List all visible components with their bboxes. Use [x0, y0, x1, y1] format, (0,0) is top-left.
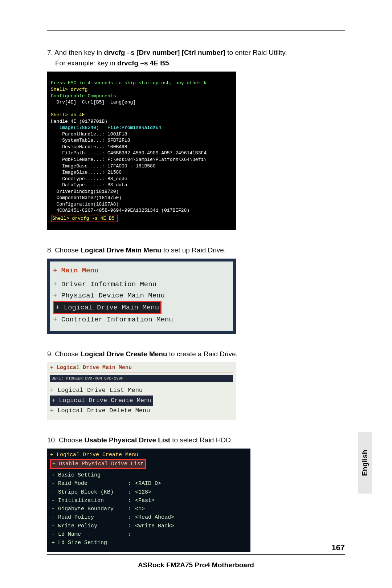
screenshot-ld-menu: + Logical Drive Main Menu UEFI: PIONEER … — [47, 362, 345, 420]
setting-value — [134, 530, 184, 539]
setting-label: + Basic Setting — [50, 471, 126, 479]
text: For example: key in — [55, 59, 117, 67]
menu-title: + Logical Drive Create Menu — [50, 451, 248, 459]
shell-line: Drv[4E] Ctrl[B5] Lang[eng] — [51, 100, 136, 105]
shell-line: FilePath......: C46BB382-4550-4909-AD57-… — [51, 150, 207, 156]
setting-colon: : — [126, 496, 134, 505]
menu-item: + Driver Information Menu — [53, 279, 230, 290]
settings-row: - Raid Mode:<RAID 0> — [50, 479, 184, 488]
text: . — [169, 59, 171, 67]
highlighted-cmd: Shell> drvcfg -s 4E B5 — [51, 215, 118, 223]
menu-item: + Physical Device Main Menu — [53, 290, 230, 301]
text: And then key in — [54, 49, 104, 56]
shell-line: ParentHandle..: 1001F18 — [51, 131, 127, 137]
shell-line: Press ESC in 4 seconds to skip startup.n… — [51, 80, 207, 86]
setting-colon: : — [126, 522, 134, 530]
shell-line: DataType......: BS_data — [51, 182, 127, 188]
menu-item: + Logical Drive List Menu — [50, 385, 233, 396]
step-number: 9. — [47, 350, 53, 358]
step-number: 8. — [47, 246, 53, 254]
setting-colon: : — [126, 479, 134, 488]
settings-row: - Initialization:<Fast> — [50, 496, 184, 505]
shell-line: Configuration(18197A8) — [51, 202, 119, 207]
step-8: 8. Choose Logical Drive Main Menu to set… — [47, 245, 345, 255]
setting-colon — [126, 471, 134, 479]
footer-title: ASRock FM2A75 Pro4 Motherboard — [47, 561, 345, 569]
screenshot-main-menu: + Main Menu + Driver Information Menu + … — [47, 259, 345, 334]
setting-value: <Fast> — [134, 496, 184, 505]
screenshot-create-menu: + Logical Drive Create Menu + Usable Phy… — [47, 449, 345, 552]
bios-main-menu: + Main Menu + Driver Information Menu + … — [47, 259, 236, 334]
language-label: English — [361, 450, 369, 476]
step-number: 10. — [47, 436, 57, 444]
text: Choose — [59, 436, 85, 444]
step-9: 9. Choose Logical Drive Create Menu to c… — [47, 349, 345, 359]
shell-line: DriverBinding(1819720) — [51, 189, 119, 194]
shell-line: PdbFileName...: F:\edk104\Sample\Platfor… — [51, 157, 207, 162]
settings-row: - Ld Name: — [50, 530, 184, 539]
shell-line: Shell> drvcfg -s 4E B5 — [52, 216, 115, 221]
text: to set up Raid Drive. — [162, 246, 226, 254]
rule-bottom — [47, 554, 345, 555]
shell-line: Handle 4E (0179701B) — [51, 119, 107, 124]
setting-label: - Write Policy — [50, 522, 126, 530]
step-7: 7. And then key in drvcfg –s [Drv number… — [47, 47, 345, 69]
screenshot-shell: Press ESC in 4 seconds to skip startup.n… — [47, 72, 345, 231]
menu-item-selected: + Usable Physical Drive List — [50, 459, 146, 469]
settings-table: + Basic Setting- Raid Mode:<RAID 0>- Str… — [50, 471, 184, 547]
language-tab: English — [358, 432, 372, 494]
manual-page: 7. And then key in drvcfg –s [Drv number… — [0, 0, 392, 588]
menu-bold: Logical Drive Main Menu — [81, 246, 162, 254]
shell-line: Configurable Components — [51, 93, 116, 99]
step-number: 7. — [47, 49, 53, 56]
setting-value: <Read Ahead> — [134, 513, 184, 522]
setting-label: - Ld Name — [50, 530, 126, 539]
setting-label: - Stripe Block (KB) — [50, 488, 126, 496]
text: Choose — [55, 350, 81, 358]
shell-line: ComponentName2(1819750) — [51, 195, 122, 200]
menu-title: + Logical Drive Main Menu — [50, 364, 233, 373]
ld-create-menu: + Logical Drive Create Menu + Usable Phy… — [47, 449, 250, 552]
menu-title: + Main Menu — [53, 265, 230, 276]
menu-item-selected: + Logical Drive Create Menu — [50, 396, 153, 406]
shell-line: SystemTable...: 6FB72F18 — [51, 138, 130, 143]
setting-label: + Ld Size Setting — [50, 539, 126, 547]
setting-value: <1> — [134, 505, 184, 513]
menu-item: + Controller Information Menu — [53, 314, 230, 325]
page-content: 7. And then key in drvcfg –s [Drv number… — [47, 33, 345, 553]
settings-row: - Read Policy:<Read Ahead> — [50, 513, 184, 522]
settings-row: - Write Policy:<Write Back> — [50, 522, 184, 530]
setting-label: - Initialization — [50, 496, 126, 505]
menu-bold: Usable Physical Drive List — [84, 436, 170, 444]
uefi-shell: Press ESC in 4 seconds to skip startup.n… — [47, 72, 236, 231]
cmd-bold: drvcfg –s [Drv number] [Ctrl number] — [104, 49, 225, 56]
text: to create a Raid Drive. — [167, 350, 238, 358]
menu-bold: Logical Drive Create Menu — [81, 350, 167, 358]
shell-line: DeviceHandle..: 100BA98 — [51, 144, 127, 150]
rule-top — [47, 30, 345, 31]
text: Choose — [55, 246, 81, 254]
device-sub: UEFI: PIONEER DVD-ROM DVD-230P — [50, 375, 233, 382]
setting-colon: : — [126, 488, 134, 496]
cmd-bold: drvcfg –s 4E B5 — [117, 59, 169, 67]
setting-value — [134, 539, 184, 547]
logical-drive-menu: + Logical Drive Main Menu UEFI: PIONEER … — [47, 362, 236, 420]
shell-line: 4C8A2451-C207-405B-9694-99EA13251341 (01… — [51, 208, 189, 213]
setting-value: <Write Back> — [134, 522, 184, 530]
setting-label: - Gigabyte Boundary — [50, 505, 126, 513]
settings-row: + Basic Setting — [50, 471, 184, 479]
shell-line: ImageSize.....: 21580 — [51, 170, 122, 175]
setting-value: <128> — [134, 488, 184, 496]
settings-row: - Gigabyte Boundary:<1> — [50, 505, 184, 513]
shell-line: Shell> drvcfg — [51, 87, 87, 92]
settings-row: - Stripe Block (KB):<128> — [50, 488, 184, 496]
setting-value: <RAID 0> — [134, 479, 184, 488]
setting-value — [134, 471, 184, 479]
setting-label: - Read Policy — [50, 513, 126, 522]
step-10: 10. Choose Usable Physical Drive List to… — [47, 435, 345, 445]
setting-colon: : — [126, 513, 134, 522]
menu-item-selected: + Logical Drive Main Menu — [53, 301, 162, 314]
text: to select Raid HDD. — [170, 436, 233, 444]
shell-line: CodeType......: BS_code — [51, 176, 127, 182]
shell-line: ImageBase.....: 17FA000 - 181B580 — [51, 163, 156, 169]
